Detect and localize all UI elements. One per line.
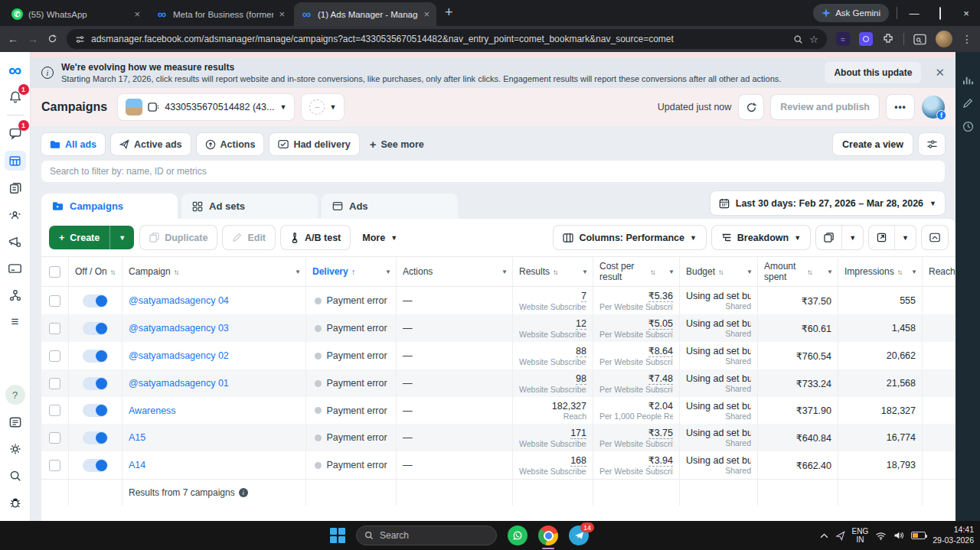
chevron-down-icon[interactable]: ▼ [385, 268, 391, 275]
create-button[interactable]: +Create ▼ [49, 226, 134, 249]
campaign-name-link[interactable]: @satyamadsagency 01 [129, 378, 299, 389]
filter-actions[interactable]: Actions [197, 133, 264, 155]
messages-icon[interactable]: 1 [6, 124, 24, 142]
open-charts-button[interactable] [922, 226, 948, 249]
history-clock-icon[interactable] [962, 121, 974, 132]
header-delivery[interactable]: Delivery↑▼ [306, 257, 397, 286]
info-icon[interactable]: i [239, 488, 248, 497]
select-all-checkbox[interactable] [49, 266, 60, 278]
new-tab-button[interactable]: + [445, 5, 453, 21]
edit-pencil-icon[interactable] [962, 98, 973, 109]
tab-campaigns[interactable]: Campaigns [41, 194, 178, 219]
taskbar-search-box[interactable]: Search [356, 526, 497, 545]
tab-close-icon[interactable]: × [279, 8, 285, 20]
ads-reporting-icon[interactable] [6, 179, 24, 197]
campaign-name-link[interactable]: Awareness [129, 405, 299, 416]
browser-menu-icon[interactable]: ⋮ [962, 34, 972, 44]
business-structure-icon[interactable] [6, 286, 24, 304]
campaign-name-link[interactable]: A15 [129, 432, 299, 443]
more-button[interactable]: More ▼ [356, 233, 403, 243]
refresh-button[interactable] [739, 95, 763, 119]
settings-gear-icon[interactable] [6, 440, 24, 458]
forward-button[interactable]: → [28, 34, 38, 44]
campaign-toggle[interactable] [83, 404, 108, 417]
duplicate-button[interactable]: Duplicate [140, 226, 217, 249]
date-range-selector[interactable]: Last 30 days: Feb 27, 2026 – Mar 28, 202… [710, 191, 945, 215]
window-restore-button[interactable] [931, 8, 949, 19]
browser-tab-ads-manager[interactable]: ∞ (1) Ads Manager - Manage ads × [294, 2, 436, 26]
campaign-toggle[interactable] [83, 350, 108, 363]
side-panel-icon[interactable] [913, 34, 926, 45]
user-avatar[interactable]: f [922, 96, 945, 119]
header-impressions[interactable]: Impressions↑↓▼ [838, 257, 923, 286]
chevron-down-icon[interactable]: ▼ [582, 268, 588, 275]
campaign-name-link[interactable]: A14 [129, 460, 299, 470]
header-actions[interactable]: Actions▼ [397, 257, 513, 286]
filter-search-input[interactable]: Search to filter by: name, ID or metrics [41, 161, 945, 182]
chevron-down-icon[interactable]: ▼ [501, 268, 508, 275]
header-cost-per-result[interactable]: Cost per result↑↓▼ [593, 257, 680, 286]
battery-icon[interactable] [911, 532, 926, 539]
row-checkbox[interactable] [49, 350, 60, 362]
audiences-icon[interactable] [6, 206, 24, 224]
row-checkbox[interactable] [49, 295, 60, 307]
remote-cursor-icon[interactable] [835, 531, 845, 541]
ad-account-selector[interactable]: 4330535670514482 (43... ▼ [118, 94, 294, 120]
row-checkbox[interactable] [49, 378, 60, 389]
reload-button[interactable] [47, 34, 57, 45]
taskbar-chrome-icon[interactable] [538, 526, 558, 545]
advertising-settings-icon[interactable] [6, 233, 24, 251]
ab-test-button[interactable]: A/B test [281, 226, 350, 249]
campaign-toggle[interactable] [83, 459, 108, 472]
campaigns-nav-icon[interactable] [5, 151, 26, 171]
row-checkbox[interactable] [49, 405, 60, 416]
charts-icon[interactable] [962, 75, 974, 86]
all-tools-menu-icon[interactable]: ≡ [6, 313, 24, 331]
banner-close-icon[interactable]: ✕ [935, 66, 945, 80]
header-results[interactable]: Results↑↓▼ [513, 257, 593, 286]
row-checkbox[interactable] [49, 460, 60, 471]
tab-close-icon[interactable]: × [134, 8, 140, 20]
chevron-down-icon[interactable]: ▼ [895, 226, 916, 249]
clock[interactable]: 14:4129-03-2026 [933, 525, 974, 545]
reports-button[interactable]: ▼ [816, 226, 863, 249]
window-minimize-button[interactable]: — [905, 8, 923, 19]
chevron-down-icon[interactable]: ▼ [746, 268, 753, 275]
chevron-down-icon[interactable]: ▼ [842, 226, 863, 249]
header-amount-spent[interactable]: Amount spent↑↓▼ [758, 257, 838, 286]
filter-had-delivery[interactable]: Had delivery [270, 133, 358, 155]
row-checkbox[interactable] [49, 323, 60, 334]
tray-expand-icon[interactable] [820, 533, 828, 539]
chevron-down-icon[interactable]: ▼ [295, 268, 301, 275]
header-budget[interactable]: Budget↑↓▼ [680, 257, 758, 286]
view-settings-button[interactable] [919, 133, 945, 155]
see-more-filters-button[interactable]: + See more [365, 138, 429, 151]
header-campaign[interactable]: Campaign↑↓▼ [122, 257, 306, 286]
campaign-name-link[interactable]: @satyamadsagency 02 [129, 350, 299, 361]
filter-all-ads[interactable]: All ads [41, 133, 105, 155]
help-icon[interactable]: ? [5, 385, 25, 405]
export-button[interactable]: ▼ [869, 226, 916, 249]
wifi-icon[interactable] [875, 532, 887, 540]
header-reach[interactable]: Reach [923, 257, 956, 286]
more-options-button[interactable]: ••• [887, 95, 914, 119]
edit-button[interactable]: Edit [223, 226, 275, 249]
language-indicator[interactable]: ENGIN [852, 527, 869, 545]
windows-start-button[interactable] [330, 528, 345, 543]
taskbar-telegram-icon[interactable]: 14 [569, 526, 589, 545]
browser-profile-avatar[interactable] [936, 31, 952, 47]
billing-icon[interactable] [6, 259, 24, 278]
ask-gemini-button[interactable]: Ask Gemini [813, 4, 889, 22]
row-checkbox[interactable] [49, 432, 60, 444]
extensions-puzzle-icon[interactable] [882, 33, 894, 45]
search-icon[interactable] [6, 467, 24, 485]
extension-wave-icon[interactable]: ≈ [836, 32, 850, 46]
campaign-toggle[interactable] [83, 377, 108, 390]
breakdown-button[interactable]: Breakdown ▼ [712, 226, 810, 249]
report-bug-icon[interactable] [6, 493, 24, 512]
tab-ad-sets[interactable]: Ad sets [181, 194, 318, 219]
about-this-update-button[interactable]: About this update [825, 62, 921, 83]
whats-new-icon[interactable] [6, 413, 24, 431]
campaign-toggle[interactable] [83, 295, 108, 308]
review-and-publish-button[interactable]: Review and publish [771, 95, 879, 119]
